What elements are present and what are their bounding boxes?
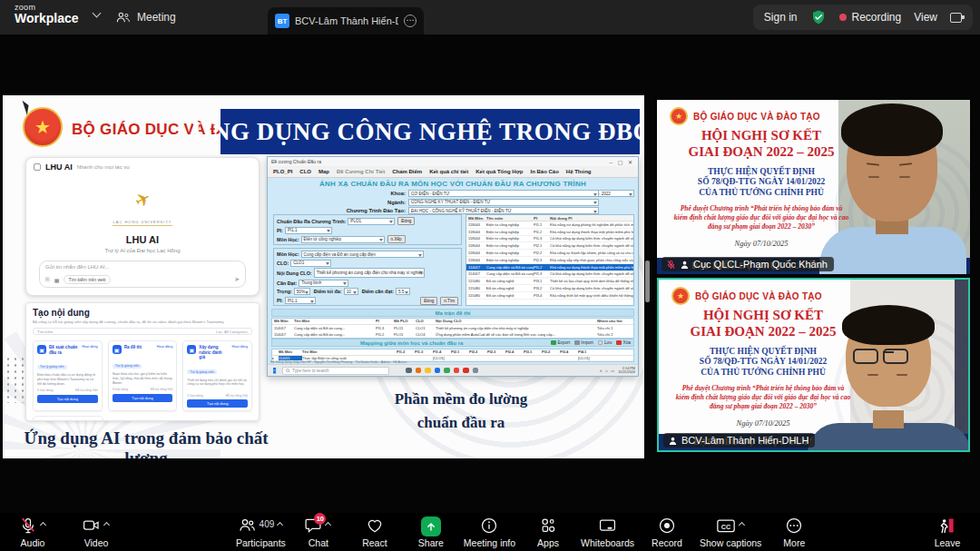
ai-tool-icon: ▣: [37, 420, 46, 421]
vietnam-emblem-icon: ★: [671, 287, 690, 305]
app-heading: ÁNH XẠ CHUẨN ĐẦU RA MÔN HỌC VỚI CHUẨN ĐẦ…: [268, 180, 638, 188]
video-panel-lam-thanh-hien[interactable]: ★ BỘ GIÁO DỤC VÀ ĐÀO TẠO HỘI NGHỊ SƠ KẾT…: [657, 278, 970, 452]
video-button[interactable]: Video: [73, 517, 120, 548]
table-row: 115080Đồ án công nghệPI3.2Có khả năng áp…: [466, 285, 633, 292]
share-screen-icon: [421, 517, 441, 536]
meeting-toolbar: Audio Video 409 Participants: [0, 513, 980, 551]
app-content: ÁNH XẠ CHUẨN ĐẦU RA MÔN HỌC VỚI CHUẨN ĐẦ…: [268, 178, 638, 364]
assign-button: n.Xếp: [387, 235, 406, 243]
video-options-chevron[interactable]: [103, 521, 111, 528]
lhu-brand-text: LAC HONG UNIVERSITY: [113, 220, 172, 226]
audio-button[interactable]: Audio: [9, 517, 56, 548]
app-window-title: Đề cương Chuẩn Đầu ra: [271, 159, 321, 164]
chat-button[interactable]: 10 Chat: [295, 517, 342, 548]
menu-item: PLO_PI: [273, 169, 292, 174]
record-icon: [658, 517, 676, 535]
send-icon: ➤: [234, 276, 240, 283]
studio-filter: Lọc: All Categories: [216, 330, 248, 334]
tab-options-icon[interactable]: ⋯: [404, 15, 416, 27]
cc-icon: CC: [716, 517, 736, 535]
meeting-people-icon: [116, 11, 131, 24]
scrollbar-thumb[interactable]: [645, 261, 650, 302]
vietnam-emblem-icon: ★: [23, 107, 63, 147]
top-bar: zoom Workplace Meeting BT BCV-Lâm Thành …: [0, 0, 980, 34]
show-captions-button[interactable]: CC Show captions: [700, 517, 761, 548]
captions-chevron[interactable]: [739, 521, 746, 528]
search-icon: [286, 369, 290, 373]
app-title-bar: Đề cương Chuẩn Đầu ra – ▢ ✕: [268, 157, 638, 166]
save-button: Đóng: [420, 297, 437, 305]
vietnam-emblem-icon: ★: [670, 107, 688, 125]
table-row: 114017Cung cấp điện và Đồ án cung cấpPI1…: [466, 271, 633, 279]
heart-icon: [366, 517, 384, 535]
participant-name-label: Cục QLCL-Phạm Quốc Khánh: [662, 257, 834, 271]
ai-tool-card: ▣ Xây dựng rubric đánh giá Hoạt động Trợ…: [182, 340, 252, 411]
find-button: n.Tìm: [440, 297, 458, 305]
view-button[interactable]: View: [914, 11, 937, 24]
video-panel-pham-quoc-khanh[interactable]: ★ BỘ GIÁO DỤC VÀ ĐÀO TẠO HỘI NGHỊ SƠ KẾT…: [657, 100, 970, 274]
chevron-down-icon[interactable]: [92, 9, 101, 18]
caption-ai-quality: Ứng dụng AI trong đảm bảo chất lượng: [10, 428, 282, 458]
studio-title: Tạo nội dung: [33, 308, 252, 318]
lhu-ai-subtitle: Trợ lý AI của Đại học Lạc Hồng: [26, 248, 259, 253]
taskbar-search: Type here to search: [282, 367, 389, 375]
caption-software: Phần mềm đo lường chuẩn đầu ra: [316, 388, 606, 436]
delete-button: Xóa: [616, 340, 631, 346]
participants-chevron[interactable]: [277, 521, 284, 528]
presentation-banner: ỨNG DỤNG CÔNG NGHỆ TRONG ĐBCL: [220, 109, 640, 154]
menu-item: Hệ Thống: [566, 169, 592, 174]
whiteboards-button[interactable]: Whiteboards: [581, 517, 634, 548]
leave-button[interactable]: Leave: [924, 517, 971, 548]
save-icon: [598, 340, 603, 346]
zoom-workplace-logo[interactable]: zoom Workplace: [15, 4, 100, 25]
participants-button[interactable]: 409 Participants: [236, 517, 286, 548]
app-form: Khoa:CƠ ĐIỆN - ĐIỆN TỬ Ngành:CÔNG NGHỆ K…: [331, 190, 599, 216]
windows-start-icon: [273, 368, 279, 374]
apps-button[interactable]: Apps: [524, 517, 572, 548]
lhu-ai-header-title: LHU AI: [45, 162, 73, 172]
meeting-info-button[interactable]: Meeting info: [464, 517, 515, 548]
table-row: 114017Cung cấp điện và Đồ án cung cấpPI1…: [466, 264, 633, 271]
tab-meeting-label: Meeting: [137, 11, 176, 24]
lhu-message-input: Gửi tin nhắn đến LHU AI... ⎘ ▦ Tìm kiếm …: [39, 261, 246, 288]
lhu-ai-header-subtitle: Nhanh cho mọi tác vụ: [77, 164, 130, 170]
spotlight-icon: [668, 436, 678, 446]
record-button[interactable]: Record: [643, 517, 691, 548]
web-search-pill: Tìm kiếm trên web: [64, 275, 110, 284]
share-tab-badge: BT: [275, 14, 289, 28]
taskbar-clock: 2:54 PM 11/25/2024: [618, 367, 635, 375]
lhu-ai-title: LHU AI: [26, 234, 259, 245]
shared-screen-content: ★ BỘ GIÁO DỤC VÀ ĐÀO TẠO ỨNG DỤNG CÔNG N…: [3, 95, 644, 458]
spotlight-icon: [680, 260, 690, 270]
recording-indicator[interactable]: Recording: [852, 11, 902, 24]
window-controls-icons: – ▢ ✕: [610, 159, 634, 165]
more-button[interactable]: More: [770, 517, 818, 548]
import-icon: [574, 340, 580, 346]
sign-in-button[interactable]: Sign in: [764, 11, 798, 24]
taskbar-system-tray: ∧ ⌂ ▭ 2:54 PM 11/25/2024: [600, 367, 636, 375]
nganh-field: CÔNG NGHỆ KỸ THUẬT ĐIỆN - ĐIỆN TỬ: [408, 199, 599, 206]
caption-software-line1: Phần mềm đo lường: [316, 388, 606, 411]
top-bar-right-controls: Sign in Recording View: [753, 5, 973, 30]
share-tab-title: BCV-Lâm Thành Hiển-DHLH's scr: [295, 15, 398, 26]
create-content-button: Tạo nội dung: [187, 399, 248, 408]
ctdt-field: ĐẠI HỌC - CÔNG NGHỆ KỸ THUẬT ĐIỆN - ĐIỆN…: [408, 207, 599, 214]
participant-person: [819, 100, 966, 274]
plo-panel: Chuẩn Đầu Ra Chương Trình:PLO1Đóng PI:PI…: [273, 214, 462, 245]
slide-ministry-row: ★ BỘ GIÁO DỤC VÀ ĐÀO TẠO: [671, 287, 822, 305]
export-button: Export: [551, 340, 570, 346]
react-button[interactable]: React: [351, 517, 398, 548]
zoom-meeting-window: zoom Workplace Meeting BT BCV-Lâm Thành …: [0, 0, 980, 551]
studio-subtitle: Bộ công cụ hỗ trợ giảng viên xây dựng đề…: [33, 320, 252, 324]
audio-options-chevron[interactable]: [40, 521, 47, 528]
glasses: [853, 349, 908, 364]
view-layout-icon[interactable]: [950, 13, 962, 23]
security-shield-icon[interactable]: [810, 9, 827, 25]
menu-item: Kết quả Tổng Hợp: [475, 169, 523, 174]
khoa-field: CƠ ĐIỆN - ĐIỆN TỬ: [408, 190, 599, 197]
chat-chevron[interactable]: [325, 521, 332, 528]
tab-meeting[interactable]: Meeting: [107, 0, 185, 34]
tab-shared-screen[interactable]: BT BCV-Lâm Thành Hiển-DHLH's scr ⋯: [268, 7, 424, 34]
share-button[interactable]: Share: [407, 517, 455, 548]
lhu-ai-header: LHU AI Nhanh cho mọi tác vụ: [26, 158, 259, 176]
